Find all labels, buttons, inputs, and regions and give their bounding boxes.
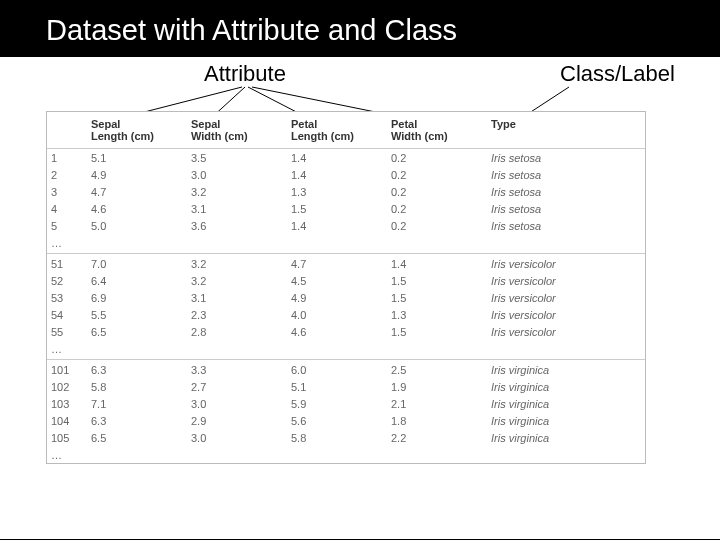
cell-sepal-length: 6.3	[87, 412, 187, 429]
table-row: …	[47, 234, 645, 253]
data-table: SepalLength (cm) SepalWidth (cm) PetalLe…	[46, 111, 646, 464]
table-row: 556.52.84.61.5Iris versicolor	[47, 323, 645, 340]
cell-index: 1	[47, 149, 87, 167]
cell-sepal-width: 3.2	[187, 272, 287, 289]
cell-petal-width: 1.5	[387, 323, 487, 340]
cell-sepal-width: 3.3	[187, 359, 287, 378]
class-label: Class/Label	[560, 61, 675, 87]
col-sepal-width: SepalWidth (cm)	[187, 112, 287, 149]
slide-body: Attribute Class/Label SepalLength (cm) S…	[0, 57, 720, 539]
cell-petal-length: 6.0	[287, 359, 387, 378]
cell-sepal-length	[87, 234, 187, 253]
cell-petal-length: 1.4	[287, 149, 387, 167]
cell-index: 104	[47, 412, 87, 429]
cell-index: 102	[47, 378, 87, 395]
cell-petal-length: 1.4	[287, 166, 387, 183]
slide-title: Dataset with Attribute and Class	[0, 0, 720, 57]
cell-petal-width: 1.4	[387, 253, 487, 272]
cell-index: …	[47, 340, 87, 359]
table-row: 34.73.21.30.2Iris setosa	[47, 183, 645, 200]
cell-sepal-length: 6.4	[87, 272, 187, 289]
cell-sepal-length: 6.3	[87, 359, 187, 378]
cell-sepal-length: 4.9	[87, 166, 187, 183]
cell-index: 5	[47, 217, 87, 234]
cell-petal-length: 1.4	[287, 217, 387, 234]
table-row: 1056.53.05.82.2Iris virginica	[47, 429, 645, 446]
cell-index: 53	[47, 289, 87, 306]
col-petal-length: PetalLength (cm)	[287, 112, 387, 149]
cell-type: Iris virginica	[487, 395, 645, 412]
cell-type: Iris versicolor	[487, 253, 645, 272]
cell-petal-length: 4.5	[287, 272, 387, 289]
table-header-row: SepalLength (cm) SepalWidth (cm) PetalLe…	[47, 112, 645, 149]
cell-petal-width: 0.2	[387, 149, 487, 167]
cell-petal-width: 1.9	[387, 378, 487, 395]
col-type: Type	[487, 112, 645, 149]
cell-sepal-length: 6.9	[87, 289, 187, 306]
table-row: 1025.82.75.11.9Iris virginica	[47, 378, 645, 395]
cell-sepal-width: 3.5	[187, 149, 287, 167]
cell-sepal-length: 5.5	[87, 306, 187, 323]
cell-petal-length: 1.3	[287, 183, 387, 200]
cell-type: Iris virginica	[487, 429, 645, 446]
cell-petal-width	[387, 446, 487, 463]
cell-petal-length: 4.0	[287, 306, 387, 323]
cell-sepal-length: 6.5	[87, 429, 187, 446]
table-row: 24.93.01.40.2Iris setosa	[47, 166, 645, 183]
table-row: 545.52.34.01.3Iris versicolor	[47, 306, 645, 323]
table-row: 1046.32.95.61.8Iris virginica	[47, 412, 645, 429]
cell-index: 101	[47, 359, 87, 378]
cell-sepal-length: 5.0	[87, 217, 187, 234]
cell-sepal-length: 7.1	[87, 395, 187, 412]
attribute-label: Attribute	[204, 61, 286, 87]
cell-sepal-length: 6.5	[87, 323, 187, 340]
cell-type: Iris versicolor	[487, 306, 645, 323]
col-index	[47, 112, 87, 149]
cell-sepal-length: 4.6	[87, 200, 187, 217]
cell-type: Iris setosa	[487, 217, 645, 234]
cell-petal-width	[387, 234, 487, 253]
cell-petal-length	[287, 340, 387, 359]
cell-index: 103	[47, 395, 87, 412]
cell-sepal-width: 3.0	[187, 166, 287, 183]
cell-index: 55	[47, 323, 87, 340]
cell-type: Iris versicolor	[487, 289, 645, 306]
cell-petal-width: 0.2	[387, 200, 487, 217]
table-row: 1016.33.36.02.5Iris virginica	[47, 359, 645, 378]
table-row: …	[47, 446, 645, 463]
cell-type: Iris setosa	[487, 183, 645, 200]
cell-petal-length: 1.5	[287, 200, 387, 217]
cell-sepal-width: 3.1	[187, 289, 287, 306]
cell-index: 2	[47, 166, 87, 183]
cell-sepal-width: 3.2	[187, 183, 287, 200]
cell-petal-length: 5.1	[287, 378, 387, 395]
table-row: 55.03.61.40.2Iris setosa	[47, 217, 645, 234]
cell-sepal-width: 2.3	[187, 306, 287, 323]
table-row: 536.93.14.91.5Iris versicolor	[47, 289, 645, 306]
cell-sepal-width: 2.7	[187, 378, 287, 395]
cell-petal-width: 1.3	[387, 306, 487, 323]
cell-index: 52	[47, 272, 87, 289]
cell-type: Iris setosa	[487, 166, 645, 183]
cell-type: Iris virginica	[487, 378, 645, 395]
cell-petal-width: 1.5	[387, 289, 487, 306]
cell-sepal-width: 2.9	[187, 412, 287, 429]
cell-sepal-length: 5.1	[87, 149, 187, 167]
cell-index: 3	[47, 183, 87, 200]
cell-index: 51	[47, 253, 87, 272]
cell-petal-length	[287, 234, 387, 253]
cell-sepal-width: 3.0	[187, 395, 287, 412]
cell-sepal-width: 3.0	[187, 429, 287, 446]
table-row: 44.63.11.50.2Iris setosa	[47, 200, 645, 217]
cell-type: Iris versicolor	[487, 272, 645, 289]
table-row: …	[47, 340, 645, 359]
cell-petal-width: 2.1	[387, 395, 487, 412]
col-sepal-length: SepalLength (cm)	[87, 112, 187, 149]
cell-sepal-length	[87, 446, 187, 463]
cell-type: Iris setosa	[487, 149, 645, 167]
cell-petal-width: 2.5	[387, 359, 487, 378]
cell-index: …	[47, 234, 87, 253]
cell-type	[487, 340, 645, 359]
cell-petal-length: 4.9	[287, 289, 387, 306]
cell-type: Iris setosa	[487, 200, 645, 217]
